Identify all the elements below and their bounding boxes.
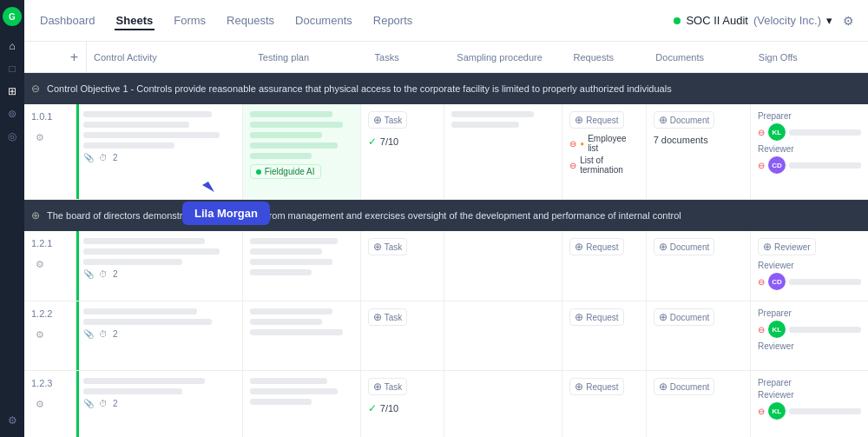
task-progress: 7/10 bbox=[380, 403, 398, 414]
cell-documents-123: ⊕ Document bbox=[647, 371, 751, 437]
settings-gear-icon[interactable]: ⚙ bbox=[843, 14, 854, 28]
add-task-button[interactable]: ⊕ Task bbox=[368, 378, 408, 395]
add-document-label: Document bbox=[670, 313, 710, 322]
table-row: 1.2.2 ⚙ 📎 ⏱ 2 ⊕ Task bbox=[24, 301, 868, 371]
row-settings-icon[interactable]: ⚙ bbox=[31, 125, 49, 143]
user-tooltip: Lila Morgan bbox=[182, 202, 270, 225]
cell-documents-121: ⊕ Document bbox=[647, 231, 751, 301]
sidebar-icon-home[interactable]: ⌂ bbox=[3, 36, 22, 56]
add-request-button[interactable]: ⊕ Request bbox=[569, 378, 623, 395]
add-request-button[interactable]: ⊕ Request bbox=[569, 111, 623, 129]
add-row-button[interactable]: + bbox=[62, 42, 87, 73]
chevron-down-icon: ▾ bbox=[826, 14, 832, 27]
fieldguide-dot bbox=[256, 169, 261, 175]
signoff-reviewer-row: ⊖ CD bbox=[758, 156, 861, 174]
row-id-label: 1.2.1 bbox=[31, 238, 52, 248]
cell-tasks-121: ⊕ Task bbox=[361, 231, 444, 301]
sidebar-icon-settings[interactable]: ⚙ bbox=[3, 411, 22, 430]
avatar-name-line bbox=[789, 408, 861, 414]
sidebar-icon-shield[interactable]: ◎ bbox=[3, 127, 22, 146]
sidebar-icon-inbox[interactable]: □ bbox=[3, 59, 22, 78]
section-12-title: The board of directors demonstrates inde… bbox=[47, 210, 861, 221]
cell-tasks-123: ⊕ Task ✓ 7/10 bbox=[361, 371, 444, 437]
sidebar-icon-chart[interactable]: ⊚ bbox=[3, 104, 22, 123]
section-12-toggle[interactable]: ⊕ bbox=[31, 209, 40, 222]
nav-documents[interactable]: Documents bbox=[293, 10, 354, 30]
add-task-label: Task bbox=[385, 382, 403, 392]
add-task-label: Task bbox=[385, 313, 403, 322]
cell-requests-123: ⊕ Request bbox=[562, 371, 646, 437]
add-task-button[interactable]: ⊕ Task bbox=[368, 111, 408, 129]
row-id-121: 1.2.1 ⚙ bbox=[24, 231, 76, 301]
add-document-button[interactable]: ⊕ Document bbox=[654, 308, 715, 326]
row-settings-icon[interactable]: ⚙ bbox=[31, 252, 49, 270]
cell-signoffs-122: Preparer ⊖ KL Reviewer bbox=[751, 301, 868, 370]
cell-control-123: 📎 ⏱ 2 bbox=[76, 371, 243, 437]
minus-icon: ⊖ bbox=[758, 161, 765, 170]
cell-sampling-122 bbox=[444, 301, 562, 370]
row-settings-icon[interactable]: ⚙ bbox=[31, 392, 49, 410]
col-header-requests: Requests bbox=[567, 52, 649, 63]
cell-control-activity-101: 📎 ⏱ 2 bbox=[76, 104, 243, 199]
avatar-kl: KL bbox=[768, 402, 786, 420]
nav-requests[interactable]: Requests bbox=[225, 10, 276, 30]
row-settings-icon[interactable]: ⚙ bbox=[31, 322, 49, 341]
sidebar-icon-sheets[interactable]: ⊞ bbox=[3, 82, 22, 101]
cell-testing-123 bbox=[243, 371, 361, 437]
add-document-button[interactable]: ⊕ Document bbox=[654, 238, 715, 255]
add-reviewer-button[interactable]: ⊕ Reviewer bbox=[758, 238, 816, 255]
nav-reports[interactable]: Reports bbox=[372, 10, 415, 30]
cell-requests-101: ⊕ Request ⊖ ● Employee list ⊖ List of te… bbox=[562, 104, 646, 199]
add-request-label: Request bbox=[586, 242, 618, 252]
cell-sampling-121 bbox=[444, 231, 562, 301]
attachment-count: 2 bbox=[113, 329, 118, 339]
cell-signoffs-123: Preparer Reviewer ⊖ KL bbox=[751, 371, 868, 437]
minus-icon: ⊖ bbox=[569, 139, 576, 149]
col-header-signoffs: Sign Offs bbox=[752, 52, 868, 63]
cell-testing-101: Fieldguide AI bbox=[243, 104, 361, 199]
signoff-preparer-label: Preparer bbox=[758, 378, 861, 387]
col-header-documents: Documents bbox=[648, 52, 751, 63]
add-task-button[interactable]: ⊕ Task bbox=[368, 238, 408, 255]
sidebar-logo[interactable]: G bbox=[3, 7, 22, 26]
attachment-icon: 📎 bbox=[83, 329, 94, 339]
clock-icon: ⏱ bbox=[99, 329, 108, 339]
add-document-button[interactable]: ⊕ Document bbox=[654, 111, 715, 129]
clock-icon: ⏱ bbox=[99, 269, 108, 279]
nav-right: SOC II Audit (Velocity Inc.) ▾ ⚙ bbox=[674, 14, 854, 28]
section-12-header: ⊕ The board of directors demonstrates in… bbox=[24, 200, 868, 231]
attachment-count: 2 bbox=[113, 399, 118, 408]
attachment-icon: 📎 bbox=[83, 269, 94, 279]
plus-icon: ⊕ bbox=[575, 241, 583, 253]
fieldguide-badge[interactable]: Fieldguide AI bbox=[250, 164, 321, 179]
minus-icon: ⊖ bbox=[758, 325, 765, 334]
add-document-button[interactable]: ⊕ Document bbox=[654, 378, 715, 395]
add-request-button[interactable]: ⊕ Request bbox=[569, 308, 623, 326]
nav-dashboard[interactable]: Dashboard bbox=[38, 10, 97, 30]
request-item-1: Employee list bbox=[588, 134, 639, 153]
section-1-toggle[interactable]: ⊖ bbox=[31, 83, 40, 95]
nav-forms[interactable]: Forms bbox=[172, 10, 207, 30]
add-request-button[interactable]: ⊕ Request bbox=[569, 238, 623, 255]
add-request-label: Request bbox=[586, 313, 618, 322]
plus-icon: ⊕ bbox=[373, 381, 382, 393]
row-id-101: 1.0.1 ⚙ bbox=[24, 104, 76, 199]
avatar-name-line bbox=[789, 129, 861, 136]
add-document-label: Document bbox=[670, 242, 710, 252]
cell-signoffs-121: ⊕ Reviewer Reviewer ⊖ CD bbox=[751, 231, 868, 301]
nav-sheets[interactable]: Sheets bbox=[115, 10, 155, 30]
audit-badge[interactable]: SOC II Audit (Velocity Inc.) ▾ bbox=[674, 14, 832, 27]
add-task-label: Task bbox=[385, 242, 403, 252]
minus-icon: ⊖ bbox=[569, 161, 576, 170]
cell-sampling-101 bbox=[444, 104, 562, 199]
add-task-button[interactable]: ⊕ Task bbox=[368, 308, 408, 326]
row-id-123: 1.2.3 ⚙ bbox=[24, 371, 76, 437]
signoff-reviewer-label: Reviewer bbox=[758, 261, 861, 270]
main-container: Dashboard Sheets Forms Requests Document… bbox=[24, 0, 868, 437]
attachment-icon: 📎 bbox=[83, 399, 94, 408]
plus-icon: ⊕ bbox=[575, 311, 583, 323]
clock-icon: ⏱ bbox=[99, 153, 108, 162]
task-progress-icon: ✓ bbox=[368, 402, 377, 414]
cell-tasks-101: ⊕ Task ✓ 7/10 bbox=[361, 104, 444, 199]
col-header-tasks: Tasks bbox=[368, 52, 450, 63]
